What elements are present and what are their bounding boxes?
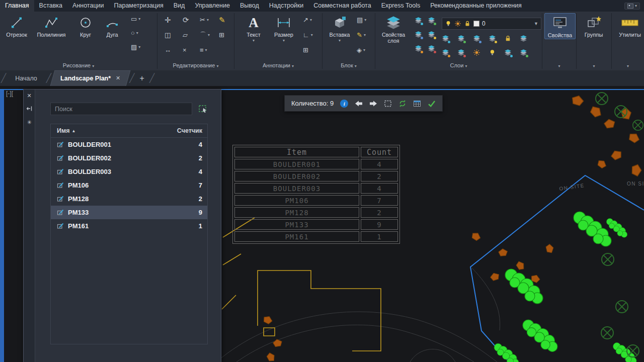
erase-tool-icon[interactable]: × xyxy=(183,47,187,54)
layer-tool-7-icon[interactable] xyxy=(442,49,450,57)
count-row-pm128[interactable]: PM128 2 xyxy=(51,192,207,206)
close-tab-icon[interactable]: ✕ xyxy=(116,75,120,81)
layer-tool-6-icon[interactable] xyxy=(520,35,528,43)
text-button[interactable]: A Текст ▾ xyxy=(242,14,266,44)
edit-attribute-icon[interactable]: ✎▾ xyxy=(357,32,366,39)
move-tool-icon[interactable]: ✛ xyxy=(165,17,171,24)
ribbon-tab-collaborate[interactable]: Совместная работа xyxy=(308,0,376,12)
ellipse-tool-icon[interactable]: ○▾ xyxy=(131,30,138,37)
utilities-button[interactable]: Утилиты xyxy=(616,14,644,38)
count-list-header[interactable]: Имя ▲ Счетчик xyxy=(51,124,207,138)
ribbon-tab-parametric[interactable]: Параметризация xyxy=(109,0,169,12)
layer-tool-4-icon[interactable] xyxy=(489,35,497,43)
count-row-boulder003[interactable]: BOULDER003 4 xyxy=(51,165,207,178)
select-objects-icon[interactable] xyxy=(198,104,208,114)
palette-close-icon[interactable]: ✕ xyxy=(27,93,31,99)
hatch-tool-icon[interactable]: ▨▾ xyxy=(131,44,140,51)
info-icon[interactable]: i xyxy=(340,100,348,108)
layer-properties-button[interactable]: Свойства слоя xyxy=(377,14,410,44)
groups-button[interactable]: Группы xyxy=(579,14,608,38)
file-tab-start[interactable]: Начало xyxy=(7,70,45,86)
table-tool-icon[interactable]: ⊞ xyxy=(303,47,308,54)
dimension-button[interactable]: Размер ▾ xyxy=(270,14,298,44)
next-instance-button[interactable] xyxy=(369,100,377,107)
ribbon-tab-manage[interactable]: Управление xyxy=(190,0,235,12)
drawing-canvas[interactable]: ON SITE ON SITE [-][ Item Count BOULDER0… xyxy=(0,86,644,362)
trim-tool-icon[interactable]: ✂▾ xyxy=(200,17,209,24)
rotate-tool-icon[interactable]: ⟳ xyxy=(183,17,189,24)
create-block-icon[interactable]: ▤▾ xyxy=(357,17,366,24)
ribbon-tab-home[interactable]: Главная xyxy=(0,0,34,12)
recount-button[interactable] xyxy=(398,100,407,108)
circle-button[interactable]: Круг xyxy=(72,14,99,38)
panel-label-draw[interactable]: Рисование ▾ xyxy=(0,62,157,69)
count-row-boulder002[interactable]: BOULDER002 2 xyxy=(51,151,207,165)
erase-sketch-icon[interactable]: ✎ xyxy=(219,17,225,24)
layer-tool-12-icon[interactable] xyxy=(520,49,528,57)
palette-titlebar[interactable]: ✕ ✳ xyxy=(24,89,35,362)
panel-label-annotation[interactable]: Аннотации ▾ xyxy=(234,62,322,69)
count-row-pm106[interactable]: PM106 7 xyxy=(51,178,207,192)
ribbon-tab-view[interactable]: Вид xyxy=(169,0,190,12)
ribbon-tab-annotate[interactable]: Аннотации xyxy=(67,0,109,12)
new-tab-button[interactable]: + xyxy=(136,74,148,83)
palette-autohide-icon[interactable] xyxy=(26,106,32,113)
layer-isolate-icon[interactable] xyxy=(415,17,423,25)
contour-lines[interactable] xyxy=(216,268,500,362)
layer-tool-5-icon[interactable] xyxy=(504,35,512,43)
ribbon-tab-featured-apps[interactable]: Рекомендованные приложения xyxy=(425,0,527,12)
column-name[interactable]: Имя xyxy=(57,127,70,134)
stretch-tool-icon[interactable]: ↔ xyxy=(165,47,171,54)
properties-button[interactable]: Свойства xyxy=(544,13,576,39)
layer-tool-9-icon[interactable] xyxy=(473,49,481,57)
insert-count-table-button[interactable] xyxy=(413,100,421,108)
insert-block-button[interactable]: Вставка ▾ xyxy=(327,14,353,44)
count-row-boulder001[interactable]: BOULDER001 4 xyxy=(51,138,207,151)
layer-select-combo[interactable]: 0 ▼ xyxy=(442,18,541,30)
panel-label-layers[interactable]: Слои ▾ xyxy=(375,62,542,69)
viewport-controls[interactable]: [-][ xyxy=(6,90,13,97)
count-row-pm133[interactable]: PM133 9 xyxy=(51,206,207,219)
finish-count-button[interactable] xyxy=(428,100,436,107)
layer-unisolate-icon[interactable] xyxy=(428,17,436,25)
layer-tool-1-icon[interactable] xyxy=(442,35,450,43)
explode-tool-icon[interactable]: ≡▾ xyxy=(200,47,207,54)
panel-caret-utilities[interactable]: ▾ xyxy=(612,62,644,69)
shrub-clusters[interactable] xyxy=(494,212,636,362)
column-count[interactable]: Счетчик xyxy=(177,127,202,134)
rectangle-tool-icon[interactable]: ▭▾ xyxy=(131,16,140,23)
palette-settings-icon[interactable]: ✳ xyxy=(27,119,31,126)
layer-off-icon[interactable] xyxy=(415,45,423,53)
previous-instance-button[interactable] xyxy=(355,100,363,107)
copy-tool-icon[interactable]: ◫ xyxy=(165,32,171,39)
panel-label-modify[interactable]: Редактирование ▾ xyxy=(157,62,234,69)
layer-tool-11-icon[interactable] xyxy=(504,49,512,57)
block-editor-icon[interactable]: ◈▾ xyxy=(357,47,365,54)
panel-label-block[interactable]: Блок ▾ xyxy=(323,62,375,69)
line-button[interactable]: Отрезок xyxy=(3,14,30,38)
layer-tool-8-icon[interactable] xyxy=(457,49,465,57)
layer-tool-3-icon[interactable] xyxy=(473,35,481,43)
ribbon-tab-insert[interactable]: Вставка xyxy=(34,0,67,12)
ribbon-options-button[interactable]: ▾ xyxy=(624,3,640,10)
ribbon-tab-addins[interactable]: Надстройки xyxy=(264,0,309,12)
cad-count-table[interactable]: Item Count BOULDER0014 BOULDER0022 BOULD… xyxy=(232,145,400,244)
array-tool-icon[interactable]: ⊞ xyxy=(219,32,224,39)
count-row-pm161[interactable]: PM161 1 xyxy=(51,219,207,233)
site-boundary-polyline[interactable] xyxy=(470,175,644,362)
create-selection-button[interactable] xyxy=(384,100,392,108)
file-tab-landscape-plan[interactable]: Landscape Plan* ✕ xyxy=(52,70,128,86)
layer-match-icon[interactable] xyxy=(428,45,436,53)
arc-button[interactable]: Дуга xyxy=(100,14,125,38)
layer-freeze-icon[interactable] xyxy=(415,31,423,39)
layer-tool-10-icon[interactable] xyxy=(489,49,497,57)
panel-caret-properties[interactable]: ▾ xyxy=(542,62,576,69)
ribbon-tab-express-tools[interactable]: Express Tools xyxy=(376,0,426,12)
palette-search-input[interactable] xyxy=(50,103,192,115)
dimension-style-icon[interactable]: ∟▾ xyxy=(303,32,313,39)
leader-tool-icon[interactable]: ↗▾ xyxy=(303,17,312,24)
mirror-tool-icon[interactable]: ▱ xyxy=(183,32,188,39)
layer-tool-2-icon[interactable] xyxy=(457,35,465,43)
panel-caret-groups[interactable]: ▾ xyxy=(577,62,611,69)
polyline-button[interactable]: Полилиния xyxy=(31,14,71,38)
